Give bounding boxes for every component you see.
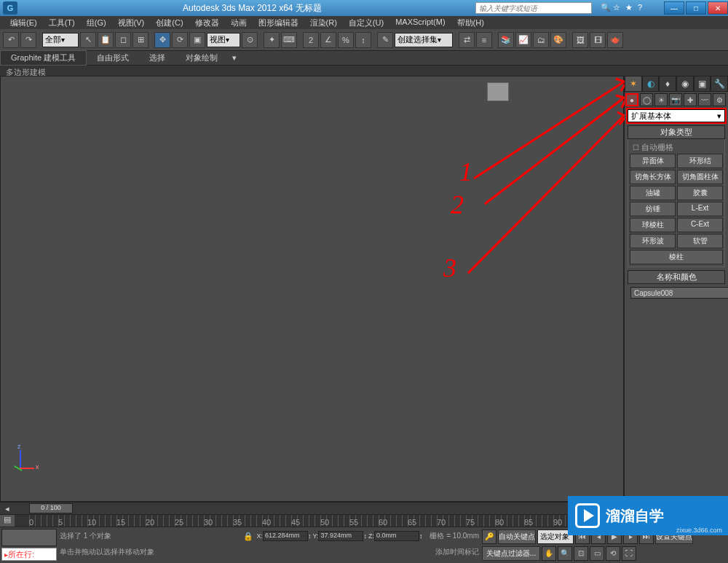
move-button[interactable]: ✥ <box>154 32 170 48</box>
nav-fov[interactable]: ▭ <box>590 546 604 561</box>
manip-button[interactable]: ✦ <box>264 32 280 48</box>
cp-btn-hedra[interactable]: 异面体 <box>630 154 676 168</box>
namedset-dropdown[interactable]: 创建选择集 ▾ <box>395 33 453 47</box>
autokey-button[interactable]: 自动关键点 <box>498 529 536 544</box>
cp-category-dropdown[interactable]: 扩展基本体▾ <box>628 109 725 122</box>
cp-btn-torusknot[interactable]: 环形结 <box>677 154 723 168</box>
select-name-button[interactable]: 📋 <box>98 32 114 48</box>
cp-sub-systems[interactable]: ⚙ <box>713 93 726 106</box>
select-region-button[interactable]: ◻ <box>115 32 131 48</box>
cp-sub-cameras[interactable]: 📷 <box>669 93 682 106</box>
undo-button[interactable]: ↶ <box>3 32 19 48</box>
refcoord-dropdown[interactable]: 视图 ▾ <box>207 33 240 47</box>
rotate-button[interactable]: ⟳ <box>172 32 188 48</box>
window-cross-button[interactable]: ⊞ <box>132 32 149 48</box>
cp-rollout-objtype[interactable]: 对象类型 <box>628 125 725 139</box>
scale-button[interactable]: ▣ <box>189 32 205 48</box>
nav-pan[interactable]: ✋ <box>542 546 556 561</box>
menu-group[interactable]: 组(G) <box>81 16 112 29</box>
menu-view[interactable]: 视图(V) <box>112 16 151 29</box>
cp-tab-create[interactable]: ✶ <box>625 76 642 92</box>
comm-icon[interactable]: ☆ <box>613 3 623 13</box>
mirror-button[interactable]: ⇄ <box>459 32 475 48</box>
lock-icon[interactable]: 🔒 <box>243 532 253 541</box>
help-search-input[interactable] <box>475 2 592 14</box>
menu-help[interactable]: 帮助(H) <box>451 16 490 29</box>
menu-maxscript[interactable]: MAXScript(M) <box>389 16 451 29</box>
cp-btn-spindle[interactable]: 纺锤 <box>630 202 676 216</box>
ribbon-tab-paint[interactable]: 对象绘制 <box>175 51 228 65</box>
render-button[interactable]: 🫖 <box>607 32 623 48</box>
cp-tab-modify[interactable]: ◐ <box>642 76 660 92</box>
cp-btn-chamfercyl[interactable]: 切角圆柱体 <box>677 170 723 184</box>
app-icon[interactable]: G <box>3 1 17 15</box>
cp-tab-display[interactable]: ▣ <box>694 76 711 92</box>
viewport[interactable]: z x 1 2 3 <box>0 76 624 502</box>
addtime-button[interactable]: 添加时间标记 <box>435 547 479 557</box>
schematic-button[interactable]: 🗂 <box>533 32 549 48</box>
cp-sub-shapes[interactable]: ◯ <box>640 93 653 106</box>
snap-percent-button[interactable]: % <box>338 32 354 48</box>
cp-sub-lights[interactable]: ☀ <box>654 93 668 106</box>
time-slider-handle[interactable]: 0 / 100 <box>29 503 73 513</box>
pivot-button[interactable]: ⊙ <box>242 32 258 48</box>
cp-rollout-namecolor[interactable]: 名称和颜色 <box>628 270 725 284</box>
snap-spinner-button[interactable]: ↕ <box>355 32 371 48</box>
ribbon-tab-freeform[interactable]: 自由形式 <box>87 51 139 65</box>
curve-editor-button[interactable]: 📈 <box>515 32 531 48</box>
snap-angle-button[interactable]: ∠ <box>320 32 336 48</box>
cp-btn-hose[interactable]: 软管 <box>677 234 723 248</box>
align-button[interactable]: ≡ <box>476 32 492 48</box>
material-editor-button[interactable]: 🎨 <box>550 32 566 48</box>
redo-button[interactable]: ↷ <box>20 32 36 48</box>
trackbar-toggle[interactable]: ▤ <box>0 515 15 527</box>
cp-tab-hierarchy[interactable]: ♦ <box>659 76 676 92</box>
render-frame-button[interactable]: 🎞 <box>590 32 606 48</box>
cp-btn-chamferbox[interactable]: 切角长方体 <box>630 170 676 184</box>
menu-create[interactable]: 创建(C) <box>150 16 189 29</box>
selection-filter-dropdown[interactable]: 全部 ▾ <box>42 33 79 47</box>
cp-tab-motion[interactable]: ◉ <box>676 76 694 92</box>
help-icon[interactable]: ? <box>638 3 648 13</box>
namedset-edit-button[interactable]: ✎ <box>377 32 393 48</box>
snap2d-button[interactable]: 2 <box>303 32 319 48</box>
cp-object-name-input[interactable] <box>630 287 728 299</box>
coord-z[interactable]: Z:0.0mm↕ <box>368 531 423 541</box>
cp-sub-spacewarps[interactable]: 〰 <box>698 93 711 106</box>
coord-y[interactable]: Y:37.924mm↕ <box>312 531 367 541</box>
nav-orbit[interactable]: ⟲ <box>606 546 620 561</box>
menu-edit[interactable]: 编辑(E) <box>4 16 43 29</box>
key-toggle-icon[interactable]: 🔑 <box>482 529 496 544</box>
menu-modifiers[interactable]: 修改器 <box>189 16 225 29</box>
cp-btn-oiltank[interactable]: 油罐 <box>630 186 676 200</box>
ribbon-tab-graphite[interactable]: Graphite 建模工具 <box>0 50 87 66</box>
cp-sub-geometry[interactable]: ● <box>625 93 638 106</box>
menu-anim[interactable]: 动画 <box>225 16 253 29</box>
nav-maxview[interactable]: ⛶ <box>622 546 636 561</box>
render-setup-button[interactable]: 🖼 <box>572 32 588 48</box>
menu-tools[interactable]: 工具(T) <box>43 16 81 29</box>
cp-btn-ringwave[interactable]: 环形波 <box>630 234 676 248</box>
location-field[interactable]: ▸ 所在行: <box>1 548 57 561</box>
nav-zoomext[interactable]: ⊡ <box>574 546 588 561</box>
cp-autogrid-check[interactable]: ☐ 自动栅格 <box>630 141 723 154</box>
cp-btn-cext[interactable]: C-Ext <box>677 218 723 232</box>
ribbon-tab-select[interactable]: 选择 <box>139 51 175 65</box>
cp-btn-lext[interactable]: L-Ext <box>677 202 723 216</box>
coord-x[interactable]: X:612.284mm↕ <box>256 531 311 541</box>
cp-btn-prism[interactable]: 棱柱 <box>630 250 723 264</box>
menu-render[interactable]: 渲染(R) <box>304 16 343 29</box>
script-mini[interactable] <box>1 529 57 546</box>
maximize-button[interactable]: □ <box>686 1 706 15</box>
minimize-button[interactable]: — <box>664 1 684 15</box>
layer-button[interactable]: 📚 <box>498 32 514 48</box>
close-button[interactable]: ✕ <box>708 1 728 15</box>
ribbon-expand-button[interactable]: ▾ <box>228 52 241 64</box>
cp-btn-capsule[interactable]: 胶囊 <box>677 186 723 200</box>
cp-sub-helpers[interactable]: ✚ <box>684 93 697 106</box>
search-icon[interactable]: 🔍 <box>601 3 611 13</box>
viewcube[interactable] <box>482 79 514 109</box>
fav-icon[interactable]: ★ <box>625 3 636 13</box>
cp-btn-gengon[interactable]: 球棱柱 <box>630 218 676 232</box>
menu-custom[interactable]: 自定义(U) <box>343 16 389 29</box>
